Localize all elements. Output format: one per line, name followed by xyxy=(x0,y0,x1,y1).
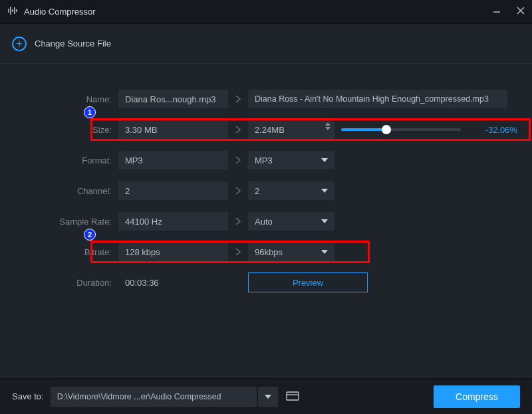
output-name-field[interactable]: Diana Ross - Ain't No Mountain High Enou… xyxy=(248,90,507,108)
source-size: 3.30 MB xyxy=(118,120,228,139)
row-duration: Duration: 00:03:36 Preview xyxy=(12,267,520,298)
main-panel: Name: Diana Ros...nough.mp3 Diana Ross -… xyxy=(0,64,532,298)
chevron-down-icon xyxy=(265,395,271,399)
title-bar: Audio Compressor xyxy=(0,0,532,24)
slider-thumb[interactable] xyxy=(382,125,391,134)
svg-rect-8 xyxy=(287,392,299,400)
arrow-icon xyxy=(228,94,248,104)
size-reduction-percent: -32.06% xyxy=(485,125,520,135)
size-slider[interactable] xyxy=(341,128,461,131)
preview-button[interactable]: Preview xyxy=(248,272,368,292)
row-format: Format: MP3 MP3 xyxy=(12,145,520,175)
source-duration: 00:03:36 xyxy=(118,278,228,288)
label-bitrate: Bitrate: xyxy=(12,247,118,257)
bitrate-selected: 96kbps xyxy=(255,247,283,257)
chevron-down-icon xyxy=(321,250,328,254)
add-icon[interactable]: + xyxy=(12,37,27,51)
channel-selected: 2 xyxy=(255,186,259,196)
compress-button[interactable]: Compress xyxy=(434,385,520,408)
save-path-dropdown[interactable] xyxy=(258,387,278,407)
row-channel: Channel: 2 2 xyxy=(12,175,520,206)
label-size: Size: xyxy=(12,125,118,135)
app-icon xyxy=(7,5,19,19)
source-name: Diana Ros...nough.mp3 xyxy=(118,90,228,108)
arrow-icon xyxy=(228,125,248,134)
chevron-down-icon xyxy=(321,189,328,193)
size-increase-button[interactable] xyxy=(325,122,331,126)
label-name: Name: xyxy=(12,94,118,104)
label-format: Format: xyxy=(12,155,118,165)
label-duration: Duration: xyxy=(12,278,118,288)
label-samplerate: Sample Rate: xyxy=(12,217,118,227)
close-button[interactable] xyxy=(516,6,525,17)
arrow-icon xyxy=(228,247,248,257)
arrow-icon xyxy=(228,217,248,226)
open-folder-button[interactable] xyxy=(286,390,299,403)
row-size: 1 Size: 3.30 MB 2.24MB -32.06% xyxy=(12,114,520,145)
change-source-link[interactable]: Change Source File xyxy=(35,39,111,49)
save-path-field[interactable]: D:\Vidmore\Vidmore ...er\Audio Compresse… xyxy=(51,387,257,407)
source-bar: + Change Source File xyxy=(0,24,532,64)
arrow-icon xyxy=(228,186,248,195)
label-channel: Channel: xyxy=(12,186,118,196)
saveto-label: Save to: xyxy=(12,391,44,401)
annotation-badge-1: 1 xyxy=(84,106,96,118)
row-bitrate: 2 Bitrate: 128 kbps 96kbps xyxy=(12,237,520,267)
source-format: MP3 xyxy=(118,151,228,169)
source-samplerate: 44100 Hz xyxy=(118,212,228,231)
channel-dropdown[interactable]: 2 xyxy=(248,181,334,200)
format-dropdown[interactable]: MP3 xyxy=(248,151,334,169)
source-bitrate: 128 kbps xyxy=(118,243,228,261)
output-size-value: 2.24MB xyxy=(255,125,285,135)
app-title: Audio Compressor xyxy=(24,7,96,17)
output-size-stepper[interactable]: 2.24MB xyxy=(248,120,334,139)
slider-fill xyxy=(341,128,386,131)
arrow-icon xyxy=(228,155,248,165)
window-controls xyxy=(492,6,525,17)
bottom-bar: Save to: D:\Vidmore\Vidmore ...er\Audio … xyxy=(0,378,532,414)
format-selected: MP3 xyxy=(255,155,273,165)
samplerate-selected: Auto xyxy=(255,217,273,227)
minimize-button[interactable] xyxy=(492,6,501,17)
size-decrease-button[interactable] xyxy=(325,127,331,130)
bitrate-dropdown[interactable]: 96kbps xyxy=(248,243,334,261)
chevron-down-icon xyxy=(321,219,328,223)
source-channel: 2 xyxy=(118,181,228,200)
chevron-down-icon xyxy=(321,158,328,162)
samplerate-dropdown[interactable]: Auto xyxy=(248,212,334,231)
annotation-badge-2: 2 xyxy=(84,229,96,241)
